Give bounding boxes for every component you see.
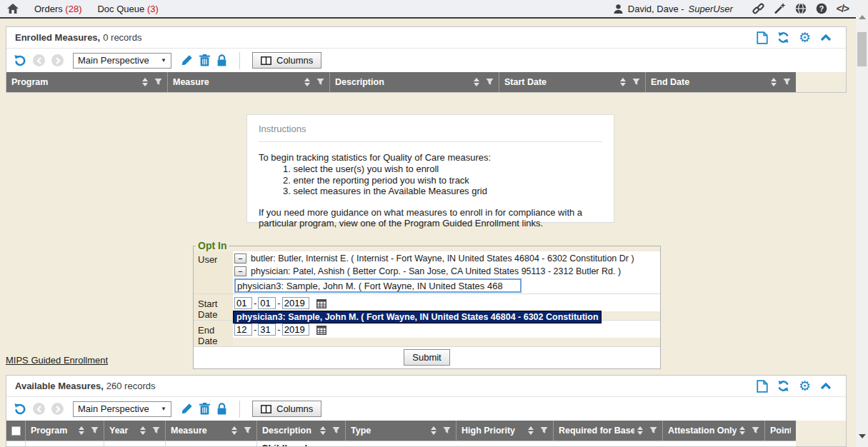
filter-icon[interactable] bbox=[91, 427, 99, 434]
filter-icon[interactable] bbox=[540, 427, 548, 434]
home-icon[interactable] bbox=[7, 4, 19, 14]
submit-button[interactable]: Submit bbox=[404, 349, 449, 366]
sort-icon[interactable] bbox=[79, 426, 84, 435]
sort-icon[interactable] bbox=[637, 426, 643, 435]
new-document-icon[interactable] bbox=[757, 31, 768, 44]
column-header-points[interactable]: Points bbox=[764, 421, 796, 441]
vertical-scrollbar[interactable] bbox=[856, 0, 868, 447]
edit-pencil-icon[interactable] bbox=[181, 54, 193, 66]
filter-icon[interactable] bbox=[332, 427, 340, 434]
globe-icon[interactable] bbox=[795, 3, 807, 14]
nav-orders[interactable]: Orders (28) bbox=[34, 4, 81, 14]
column-header-year[interactable]: Year bbox=[104, 421, 165, 441]
sort-icon[interactable] bbox=[320, 426, 326, 435]
refresh-icon[interactable] bbox=[777, 380, 789, 392]
sort-icon[interactable] bbox=[474, 78, 479, 86]
perspective-select[interactable]: Main Perspective▼ bbox=[73, 401, 171, 417]
lock-icon[interactable] bbox=[216, 403, 227, 415]
column-header-end-date[interactable]: End Date bbox=[645, 72, 796, 92]
user-menu[interactable]: David, Dave - SuperUser bbox=[613, 4, 733, 14]
scroll-up-arrow-icon[interactable] bbox=[859, 15, 866, 19]
select-all-checkbox[interactable] bbox=[11, 426, 21, 436]
lock-icon[interactable] bbox=[216, 54, 227, 66]
history-back-icon[interactable] bbox=[33, 403, 45, 415]
column-header-description[interactable]: Description bbox=[256, 421, 345, 441]
scrollbar-thumb[interactable] bbox=[857, 32, 867, 66]
remove-user-button[interactable]: − bbox=[234, 253, 246, 263]
sort-icon[interactable] bbox=[431, 426, 437, 435]
delete-trash-icon[interactable] bbox=[199, 54, 210, 66]
columns-button[interactable]: Columns bbox=[252, 52, 321, 69]
nav-doc-queue[interactable]: Doc Queue (3) bbox=[97, 4, 158, 14]
filter-icon[interactable] bbox=[752, 427, 759, 434]
undo-icon[interactable] bbox=[14, 403, 26, 416]
column-header-high-priority[interactable]: High Priority bbox=[456, 421, 553, 441]
filter-icon[interactable] bbox=[152, 427, 160, 434]
calendar-icon[interactable] bbox=[316, 325, 326, 335]
opt-in-legend: Opt In bbox=[196, 240, 229, 251]
column-header-description[interactable]: Description bbox=[329, 72, 499, 92]
refresh-icon[interactable] bbox=[777, 31, 789, 44]
mips-guided-enrollment-link[interactable]: MIPS Guided Enrollment bbox=[6, 355, 108, 366]
enrolled-measures-panel: Enrolled Measures, 0 records ⚙ Main Pers… bbox=[6, 26, 847, 93]
end-month-input[interactable] bbox=[234, 323, 252, 336]
help-icon[interactable]: ? bbox=[816, 3, 827, 14]
column-header-attestation-only[interactable]: Attestation Only bbox=[662, 421, 764, 441]
end-year-input[interactable] bbox=[282, 323, 309, 336]
column-header-type[interactable]: Type bbox=[345, 421, 456, 441]
sort-icon[interactable] bbox=[528, 426, 534, 435]
enrolled-measures-toolbar: Main Perspective▼ Columns bbox=[6, 49, 846, 72]
history-forward-icon[interactable] bbox=[51, 54, 64, 66]
filter-icon[interactable] bbox=[316, 79, 324, 86]
end-day-input[interactable] bbox=[258, 323, 276, 336]
filter-icon[interactable] bbox=[154, 79, 162, 86]
instructions-step: 2. enter the reporting period you wish t… bbox=[283, 175, 602, 186]
history-back-icon[interactable] bbox=[33, 54, 45, 66]
filter-icon[interactable] bbox=[486, 79, 494, 86]
perspective-select[interactable]: Main Perspective▼ bbox=[73, 53, 171, 69]
new-document-icon[interactable] bbox=[757, 380, 768, 393]
column-header-program[interactable]: Program bbox=[6, 72, 167, 92]
filter-icon[interactable] bbox=[443, 427, 451, 434]
delete-trash-icon[interactable] bbox=[199, 403, 210, 415]
collapse-chevron-icon[interactable] bbox=[820, 382, 832, 390]
user-search-input[interactable]: physician3: Sample, John M. ( Fort Wayne… bbox=[234, 278, 522, 293]
columns-icon bbox=[261, 56, 271, 65]
settings-gear-icon[interactable]: ⚙ bbox=[799, 31, 811, 44]
remove-user-button[interactable]: − bbox=[234, 266, 246, 276]
sort-icon[interactable] bbox=[739, 426, 745, 435]
filter-icon[interactable] bbox=[649, 427, 657, 434]
filter-icon[interactable] bbox=[783, 79, 791, 86]
wand-icon[interactable] bbox=[774, 3, 786, 14]
code-icon[interactable]: </> bbox=[837, 3, 849, 14]
autocomplete-suggestion[interactable]: physician3: Sample, John M. ( Fort Wayne… bbox=[233, 311, 602, 323]
sort-icon[interactable] bbox=[620, 78, 626, 86]
scroll-down-arrow-icon[interactable] bbox=[859, 434, 866, 438]
column-header-measure[interactable]: Measure bbox=[165, 421, 256, 441]
column-header-measure[interactable]: Measure bbox=[167, 72, 329, 92]
table-row[interactable]: Childhood bbox=[6, 441, 796, 447]
sort-icon[interactable] bbox=[140, 426, 146, 435]
column-header-start-date[interactable]: Start Date bbox=[499, 72, 645, 92]
settings-gear-icon[interactable]: ⚙ bbox=[799, 380, 811, 392]
sort-icon[interactable] bbox=[304, 78, 310, 86]
history-forward-icon[interactable] bbox=[51, 403, 64, 415]
undo-icon[interactable] bbox=[14, 54, 26, 67]
start-day-input[interactable] bbox=[258, 297, 276, 309]
select-all-column-header bbox=[6, 421, 25, 441]
edit-pencil-icon[interactable] bbox=[181, 403, 193, 415]
link-icon[interactable] bbox=[752, 3, 764, 14]
start-year-input[interactable] bbox=[282, 297, 309, 309]
sort-icon[interactable] bbox=[231, 426, 237, 435]
column-header-required-for-base[interactable]: Required for Base bbox=[553, 421, 662, 441]
filter-icon[interactable] bbox=[244, 427, 251, 434]
column-header-program[interactable]: Program bbox=[25, 421, 104, 441]
record-count: 260 records bbox=[106, 381, 156, 391]
calendar-icon[interactable] bbox=[316, 298, 326, 308]
sort-icon[interactable] bbox=[771, 78, 777, 86]
collapse-chevron-icon[interactable] bbox=[820, 34, 832, 41]
start-month-input[interactable] bbox=[234, 297, 252, 309]
filter-icon[interactable] bbox=[632, 79, 640, 86]
sort-icon[interactable] bbox=[142, 78, 148, 86]
columns-button[interactable]: Columns bbox=[252, 401, 321, 417]
